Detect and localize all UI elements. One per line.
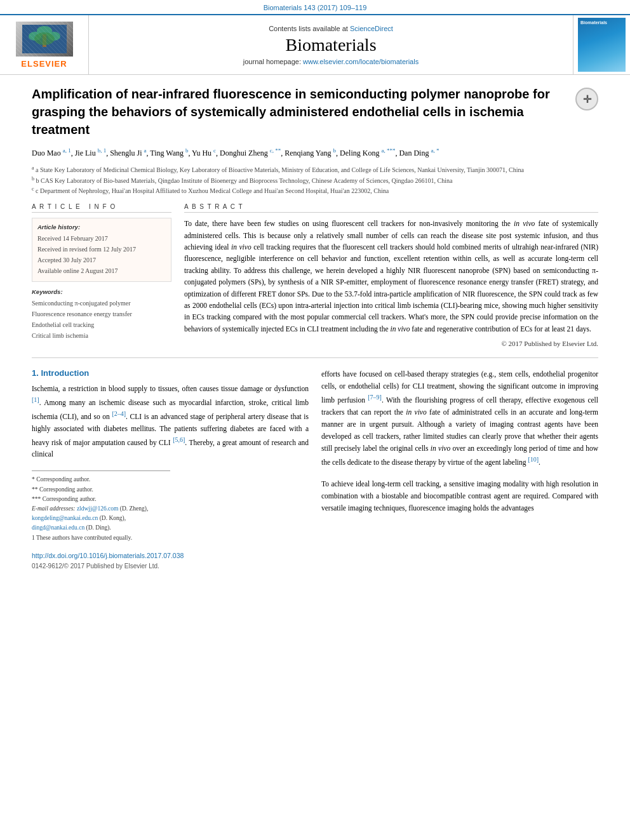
article-info-label: A R T I C L E I N F O [32, 203, 171, 213]
email-ding-link[interactable]: dingd@nankai.edu.cn [32, 524, 84, 531]
article-dates: Received 14 February 2017 Received in re… [37, 233, 166, 276]
intro-heading: 1. Introduction [32, 368, 309, 378]
journal-title: Biomaterials [285, 35, 376, 55]
journal-reference-line: Biomaterials 143 (2017) 109–119 [0, 0, 630, 14]
keywords-label: Keywords: [32, 288, 171, 295]
email-kong[interactable]: kongdeling@nankai.edu.cn [32, 515, 98, 521]
crossmark-badge[interactable]: ✛ [575, 88, 598, 110]
crossmark-icon[interactable]: ✛ [575, 88, 598, 110]
email-zheng[interactable]: zldwjj@126.com [77, 505, 118, 512]
issn-line: 0142-9612/© 2017 Published by Elsevier L… [32, 561, 309, 571]
affiliation-a: a a State Key Laboratory of Medicinal Ch… [32, 164, 598, 175]
elsevier-logo-area: ELSEVIER [0, 15, 89, 74]
svg-point-1 [37, 26, 52, 36]
intro-body-left: Ischemia, a restriction in blood supply … [32, 383, 309, 460]
article-title: Amplification of near-infrared fluoresce… [32, 85, 598, 138]
journal-title-area: Contents lists available at ScienceDirec… [89, 15, 573, 74]
elsevier-logo: ELSEVIER [16, 22, 73, 69]
doi-link[interactable]: http://dx.doi.org/10.1016/j.biomaterials… [32, 550, 309, 561]
email-addresses: E-mail addresses: zldwjj@126.com (D. Zhe… [32, 504, 170, 523]
intro-col-right: efforts have focused on cell-based thera… [321, 368, 598, 571]
article-history-box: Article history: Received 14 February 20… [32, 218, 171, 282]
copyright-notice: © 2017 Published by Elsevier Ltd. [184, 340, 598, 347]
sciencedirect-line: Contents lists available at ScienceDirec… [269, 25, 393, 32]
journal-ref-text: Biomaterials 143 (2017) 109–119 [0, 0, 630, 14]
sciencedirect-link[interactable]: ScienceDirect [350, 25, 393, 32]
email-ding: dingd@nankai.edu.cn (D. Ding). [32, 523, 170, 533]
journal-homepage-line: journal homepage: www.elsevier.com/locat… [243, 58, 419, 65]
journal-header: ELSEVIER Contents lists available at Sci… [0, 14, 630, 75]
equal-contribution-note: 1 These authors have contributed equally… [32, 533, 170, 543]
section-divider [32, 357, 598, 358]
corresponding-note-3: *** Corresponding author. [32, 495, 170, 504]
svg-point-2 [29, 32, 41, 41]
intro-col-left: 1. Introduction Ischemia, a restriction … [32, 368, 309, 571]
journal-cover-image: Biomaterials [578, 18, 626, 72]
intro-body-right-1: efforts have focused on cell-based thera… [321, 368, 598, 468]
affiliation-b: b b CAS Key Laboratory of Bio-based Mate… [32, 175, 598, 185]
abstract-text: To date, there have been few studies on … [184, 218, 598, 335]
svg-point-3 [48, 32, 60, 41]
svg-rect-4 [43, 34, 46, 47]
elsevier-tree-icon [22, 25, 67, 53]
elsevier-brand-text: ELSEVIER [21, 59, 67, 69]
keywords-list: Semiconducting π-conjugated polymer Fluo… [32, 298, 171, 341]
affiliations-block: a a State Key Laboratory of Medicinal Ch… [32, 164, 598, 196]
authors-line: Duo Mao a, 1, Jie Liu b, 1, Shenglu Ji a… [32, 146, 598, 159]
abstract-column: A B S T R A C T To date, there have been… [184, 203, 598, 347]
article-info-column: A R T I C L E I N F O Article history: R… [32, 203, 171, 347]
svg-rect-0 [22, 25, 67, 53]
article-info-abstract-section: A R T I C L E I N F O Article history: R… [32, 203, 598, 347]
footer-doi-block: http://dx.doi.org/10.1016/j.biomaterials… [32, 550, 309, 571]
introduction-section: 1. Introduction Ischemia, a restriction … [32, 368, 598, 571]
article-history-label: Article history: [37, 223, 166, 230]
corresponding-note-2: ** Corresponding author. [32, 485, 170, 495]
cover-image-area: Biomaterials [573, 15, 630, 74]
affiliation-c: c c Department of Nephrology, Huai'an Ho… [32, 185, 598, 196]
footnotes-block: * Corresponding author. ** Corresponding… [32, 470, 170, 542]
homepage-link[interactable]: www.elsevier.com/locate/biomaterials [303, 58, 419, 65]
main-content-area: ✛ Amplification of near-infrared fluores… [0, 75, 630, 581]
svg-point-5 [34, 32, 55, 45]
intro-body-right-2: To achieve ideal long-term cell tracking… [321, 478, 598, 514]
corresponding-note-1: * Corresponding author. [32, 475, 170, 484]
elsevier-logo-image [16, 22, 73, 57]
abstract-label: A B S T R A C T [184, 203, 598, 213]
